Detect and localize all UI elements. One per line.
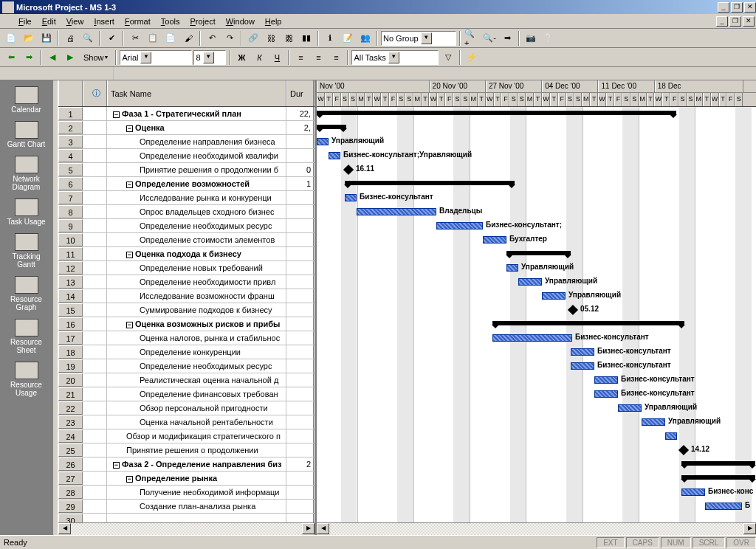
task-name-cell[interactable]: −Оценка — [107, 121, 286, 134]
row-number[interactable]: 24 — [58, 429, 83, 443]
row-number[interactable]: 18 — [58, 345, 83, 359]
row-number[interactable]: 13 — [58, 275, 83, 289]
collapse-icon[interactable]: − — [113, 111, 120, 118]
task-notes-button[interactable]: 📝 — [340, 30, 356, 46]
menu-view[interactable]: View — [61, 15, 89, 27]
maximize-button[interactable]: ❐ — [731, 2, 743, 13]
row-number[interactable]: 16 — [58, 317, 83, 331]
row-number[interactable]: 21 — [58, 387, 83, 401]
table-row[interactable]: 21Определение финансовых требован — [58, 387, 315, 401]
task-name-cell[interactable]: Определение необходимости привл — [107, 275, 286, 289]
task-bar[interactable] — [594, 390, 618, 398]
collapse-icon[interactable]: − — [126, 476, 133, 483]
cut-button[interactable]: ✂ — [127, 30, 143, 46]
table-row[interactable]: 13Определение необходимости привл — [58, 275, 315, 289]
row-number[interactable]: 10 — [58, 233, 83, 246]
group-by-combo[interactable]: No Group ▼ — [381, 31, 456, 46]
row-number[interactable]: 12 — [58, 261, 83, 274]
timescale-header[interactable]: Nov '0020 Nov '0027 Nov '0004 Dec '0011 … — [317, 80, 756, 107]
task-name-cell[interactable]: Реалистическая оценка начальной д — [107, 373, 286, 387]
table-row[interactable]: 6−Определение возможностей1 — [58, 177, 315, 191]
task-name-cell[interactable]: Определение направления бизнеса — [107, 135, 286, 148]
row-number[interactable]: 14 — [58, 289, 83, 303]
menu-file[interactable]: File — [13, 15, 37, 27]
duration-cell[interactable] — [286, 303, 314, 317]
copy-button[interactable]: 📋 — [145, 30, 161, 46]
task-name-cell[interactable]: Опрос владельцев сходного бизнес — [107, 205, 286, 218]
font-name-combo[interactable]: Arial▼ — [120, 50, 192, 65]
scroll-left-button[interactable]: ◀ — [317, 523, 329, 534]
task-name-cell[interactable]: Оценка начальной рентабельности — [107, 415, 286, 429]
table-row[interactable]: 19Определение необходимых ресурс — [58, 359, 315, 373]
task-bar[interactable] — [483, 236, 506, 244]
duration-cell[interactable] — [286, 135, 314, 148]
row-number[interactable]: 6 — [58, 177, 83, 190]
view-calendar[interactable]: Calendar — [2, 83, 50, 117]
spellcheck-button[interactable]: ✔ — [103, 30, 120, 46]
task-bar[interactable] — [571, 362, 594, 370]
task-name-cell[interactable]: −Оценка возможных рисков и прибы — [107, 317, 286, 331]
align-center-button[interactable]: ≡ — [310, 49, 326, 66]
task-name-cell[interactable]: Принятие решения о продолжении — [107, 443, 286, 457]
mdi-close-button[interactable]: ✕ — [743, 16, 755, 27]
viewbar-splitter[interactable] — [52, 80, 58, 535]
duration-cell[interactable] — [286, 261, 314, 274]
open-button[interactable]: 📂 — [21, 30, 37, 46]
collapse-icon[interactable]: − — [126, 182, 133, 188]
underline-button[interactable]: Ч — [269, 49, 285, 66]
duration-cell[interactable] — [286, 401, 314, 415]
duration-cell[interactable] — [286, 429, 314, 443]
menu-help[interactable]: Help — [260, 15, 287, 27]
row-number[interactable]: 8 — [58, 205, 83, 218]
print-button[interactable]: 🖨 — [62, 30, 78, 46]
close-button[interactable]: ✕ — [744, 2, 756, 13]
autofilter-button[interactable]: ▽ — [440, 49, 456, 66]
table-row[interactable]: 30 — [58, 514, 315, 522]
table-row[interactable]: 26−Фаза 2 - Определение направления биз2 — [58, 458, 315, 472]
milestone[interactable] — [678, 445, 689, 455]
duration-cell[interactable] — [286, 289, 314, 303]
table-row[interactable]: 29Создание план-анализа рынка — [58, 500, 315, 514]
row-number[interactable]: 25 — [58, 443, 83, 457]
unlink-tasks-button[interactable]: ⛓̸ — [281, 30, 297, 46]
table-row[interactable]: 23Оценка начальной рентабельности — [58, 415, 315, 429]
font-size-combo[interactable]: 8▼ — [193, 50, 226, 65]
show-outline-button[interactable]: Show ▼ — [80, 49, 112, 66]
scroll-track[interactable] — [71, 523, 302, 535]
menu-project[interactable]: Project — [185, 15, 220, 27]
duration-cell[interactable] — [286, 500, 314, 513]
duration-cell[interactable] — [286, 317, 314, 331]
print-preview-button[interactable]: 🔍 — [80, 30, 96, 46]
table-row[interactable]: 10Определение стоимости элементов — [58, 233, 315, 247]
duration-cell[interactable] — [286, 345, 314, 359]
row-number[interactable]: 3 — [58, 135, 83, 148]
table-row[interactable]: 8Опрос владельцев сходного бизнес — [58, 205, 315, 219]
zoom-out-button[interactable]: 🔍- — [481, 30, 498, 46]
task-name-cell[interactable]: −Фаза 1 - Стратегический план — [107, 107, 286, 120]
duration-cell[interactable] — [286, 233, 314, 246]
duration-cell[interactable] — [286, 387, 314, 401]
minimize-button[interactable]: _ — [718, 2, 729, 13]
table-row[interactable]: 16−Оценка возможных рисков и прибы — [58, 317, 315, 331]
collapse-icon[interactable]: − — [113, 462, 120, 469]
gantt-wizard-button[interactable]: ⚡ — [464, 49, 480, 66]
task-information-button[interactable]: ℹ — [322, 30, 338, 46]
filter-combo[interactable]: All Tasks▼ — [351, 50, 439, 65]
task-bar[interactable] — [436, 222, 483, 229]
duration-cell[interactable] — [286, 359, 314, 373]
row-number[interactable]: 1 — [58, 107, 83, 120]
goto-task-button[interactable]: ➡ — [499, 30, 515, 46]
task-bar[interactable] — [665, 432, 677, 440]
task-bar[interactable] — [594, 376, 618, 384]
sheet-hscrollbar[interactable]: ◀ ▶ — [58, 522, 315, 535]
duration-cell[interactable] — [286, 443, 314, 457]
duration-cell[interactable] — [286, 486, 314, 499]
task-bar[interactable] — [542, 292, 566, 300]
collapse-icon[interactable]: − — [126, 322, 133, 328]
scroll-left-button[interactable]: ◀ — [58, 523, 71, 534]
table-row[interactable]: 7Исследование рынка и конкуренци — [58, 191, 315, 205]
table-row[interactable]: 27−Определение рынка — [58, 472, 315, 486]
paste-button[interactable]: 📄 — [162, 30, 179, 46]
row-number[interactable]: 15 — [58, 303, 83, 317]
outdent-button[interactable]: ◀ — [44, 49, 61, 66]
